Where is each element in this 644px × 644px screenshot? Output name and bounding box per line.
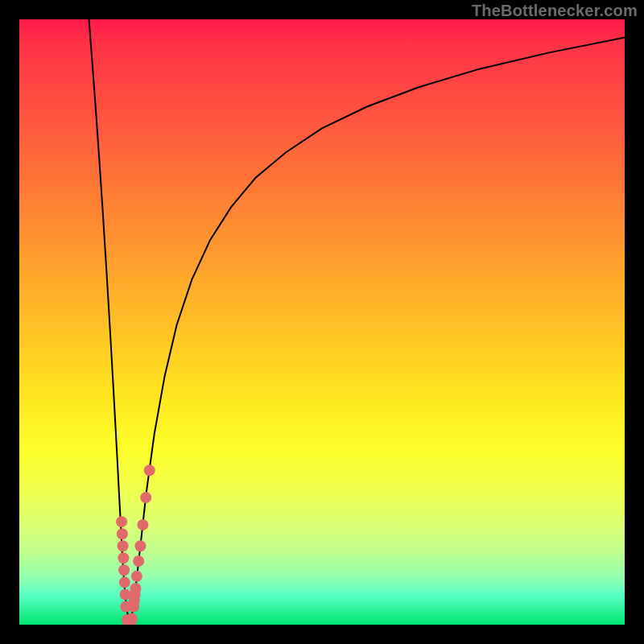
marker-dot [118,564,130,576]
plot-area [19,19,625,625]
marker-dot [126,613,138,624]
marker-dot [133,555,144,567]
chart-frame: TheBottlenecker.com [0,0,644,644]
marker-dot [131,571,142,582]
marker-dot [118,552,129,564]
marker-dot [140,492,151,503]
marker-dot [116,516,127,527]
marker-dot [119,576,130,588]
watermark-label: TheBottlenecker.com [472,2,638,20]
marker-dot [130,583,141,594]
curve-right [130,38,625,625]
data-markers [116,464,155,625]
chart-svg [19,19,625,625]
marker-dot [137,519,148,530]
curve-right-branch [130,38,625,625]
marker-dot [118,540,129,551]
marker-dot [134,540,146,551]
marker-dot [117,528,128,539]
marker-dot [144,464,155,476]
